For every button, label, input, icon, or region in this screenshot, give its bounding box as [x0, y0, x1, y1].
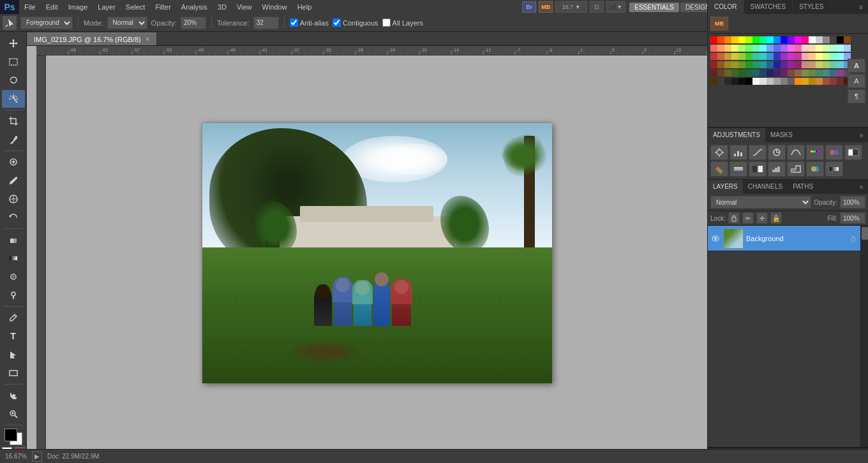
- color-swatch-cell[interactable]: [823, 36, 830, 43]
- color-swatch-cell[interactable]: [724, 78, 731, 85]
- color-swatch-cell[interactable]: [788, 53, 795, 60]
- menu-help[interactable]: Help: [292, 0, 317, 14]
- brush-tool[interactable]: [2, 172, 25, 189]
- color-swatch-cell[interactable]: [823, 53, 830, 60]
- color-swatch-cell[interactable]: [774, 78, 781, 85]
- workspace-essentials[interactable]: ESSENTIALS: [629, 3, 679, 12]
- color-swatch-cell[interactable]: [830, 45, 837, 52]
- document-tab[interactable]: IMG_0219.JPG @ 16.7% (RGB/8) ✕: [27, 33, 157, 45]
- opacity-input[interactable]: [181, 17, 206, 29]
- color-swatch-cell[interactable]: [788, 45, 795, 52]
- mb-icon[interactable]: MB: [710, 17, 728, 31]
- color-swatch-cell[interactable]: [844, 45, 851, 52]
- color-swatch-cell[interactable]: [752, 61, 760, 68]
- color-swatch-cell[interactable]: [788, 61, 795, 68]
- zoom-preset[interactable]: 16.7 ▼: [555, 1, 587, 13]
- color-panel-collapse[interactable]: ≡: [854, 0, 868, 14]
- color-swatch-cell[interactable]: [802, 61, 809, 68]
- color-swatch-cell[interactable]: [760, 61, 767, 68]
- color-swatch-cell[interactable]: [767, 70, 774, 77]
- color-swatch-cell[interactable]: [738, 78, 745, 85]
- tolerance-input[interactable]: [253, 17, 279, 29]
- color-swatch-cell[interactable]: [837, 70, 844, 77]
- clone-stamp-tool[interactable]: [2, 190, 25, 208]
- color-swatch-cell[interactable]: [774, 70, 781, 77]
- arrange-button[interactable]: ⊡: [590, 1, 604, 13]
- menu-filter[interactable]: Filter: [150, 0, 176, 14]
- adj-posterize[interactable]: [768, 161, 786, 177]
- color-swatch-cell[interactable]: [781, 78, 788, 85]
- color-swatch-cell[interactable]: [760, 70, 767, 77]
- adj-photo-filter[interactable]: [710, 161, 728, 177]
- color-swatch-cell[interactable]: [830, 36, 837, 43]
- document-tab-close[interactable]: ✕: [145, 36, 150, 43]
- anti-alias-checkbox[interactable]: [290, 18, 298, 27]
- tab-color[interactable]: COLOR: [708, 0, 744, 14]
- layer-item-background[interactable]: Background: [708, 226, 860, 251]
- menu-view[interactable]: View: [232, 0, 257, 14]
- color-swatch-cell[interactable]: [830, 53, 837, 60]
- color-swatch-cell[interactable]: [774, 45, 781, 52]
- color-swatch-cell[interactable]: [774, 53, 781, 60]
- color-swatch-cell[interactable]: [752, 78, 760, 85]
- color-swatch-cell[interactable]: [823, 78, 830, 85]
- color-swatch-cell[interactable]: [731, 78, 738, 85]
- color-swatch-cell[interactable]: [745, 53, 752, 60]
- color-swatch-cell[interactable]: [830, 70, 837, 77]
- color-swatch-cell[interactable]: [710, 53, 717, 60]
- color-swatch-cell[interactable]: [809, 45, 816, 52]
- color-swatch-cell[interactable]: [795, 45, 802, 52]
- menu-select[interactable]: Select: [121, 0, 151, 14]
- tab-swatches[interactable]: SWATCHES: [744, 0, 793, 14]
- color-swatch-cell[interactable]: [745, 78, 752, 85]
- screen-mode-button[interactable]: ⬛▼: [606, 1, 625, 13]
- color-swatch-cell[interactable]: [844, 36, 851, 43]
- menu-image[interactable]: Image: [63, 0, 93, 14]
- color-swatch-cell[interactable]: [752, 45, 760, 52]
- color-swatch-cell[interactable]: [823, 61, 830, 68]
- color-swatch-cell[interactable]: [738, 53, 745, 60]
- color-swatch-cell[interactable]: [724, 36, 731, 43]
- color-swatch-cell[interactable]: [724, 53, 731, 60]
- color-swatch-cell[interactable]: [837, 61, 844, 68]
- magic-wand-tool[interactable]: [2, 90, 25, 108]
- color-swatch-cell[interactable]: [781, 70, 788, 77]
- adj-curves[interactable]: [749, 145, 767, 160]
- layer-visibility-eye[interactable]: [710, 233, 721, 244]
- color-swatch-cell[interactable]: [760, 53, 767, 60]
- color-swatch-cell[interactable]: [717, 36, 724, 43]
- color-swatch-cell[interactable]: [760, 78, 767, 85]
- color-swatch-cell[interactable]: [760, 45, 767, 52]
- menu-window[interactable]: Window: [257, 0, 292, 14]
- lasso-tool[interactable]: [2, 71, 25, 89]
- menu-analysis[interactable]: Analysis: [176, 0, 213, 14]
- hand-tool[interactable]: [2, 386, 25, 404]
- color-swatch-cell[interactable]: [837, 53, 844, 60]
- lock-image-icon[interactable]: ✏: [742, 212, 754, 224]
- lock-position-icon[interactable]: ✛: [756, 212, 768, 224]
- menu-layer[interactable]: Layer: [93, 0, 121, 14]
- menu-edit[interactable]: Edit: [41, 0, 63, 14]
- color-swatch-cell[interactable]: [710, 78, 717, 85]
- color-swatch-cell[interactable]: [809, 36, 816, 43]
- foreground-color-swatch[interactable]: [4, 429, 17, 441]
- move-tool[interactable]: [2, 34, 25, 52]
- color-swatch-cell[interactable]: [802, 45, 809, 52]
- color-swatch-cell[interactable]: [795, 53, 802, 60]
- adj-channel-mixer[interactable]: [730, 161, 747, 177]
- color-swatch-cell[interactable]: [809, 78, 816, 85]
- pen-tool[interactable]: [2, 309, 25, 327]
- all-layers-checkbox[interactable]: [382, 18, 391, 27]
- zoom-tool[interactable]: [2, 405, 25, 423]
- tab-styles[interactable]: STYLES: [793, 0, 830, 14]
- color-swatch-cell[interactable]: [710, 45, 717, 52]
- color-swatch-cell[interactable]: [816, 78, 823, 85]
- rectangular-marquee-tool[interactable]: [2, 53, 25, 71]
- color-swatch-cell[interactable]: [809, 61, 816, 68]
- color-swatch-cell[interactable]: [823, 70, 830, 77]
- layers-panel-collapse[interactable]: ≡: [855, 180, 868, 194]
- adj-gradient-map[interactable]: [825, 161, 843, 177]
- color-swatch-cell[interactable]: [752, 53, 760, 60]
- color-swatch-cell[interactable]: [837, 78, 844, 85]
- color-swatch-cell[interactable]: [724, 61, 731, 68]
